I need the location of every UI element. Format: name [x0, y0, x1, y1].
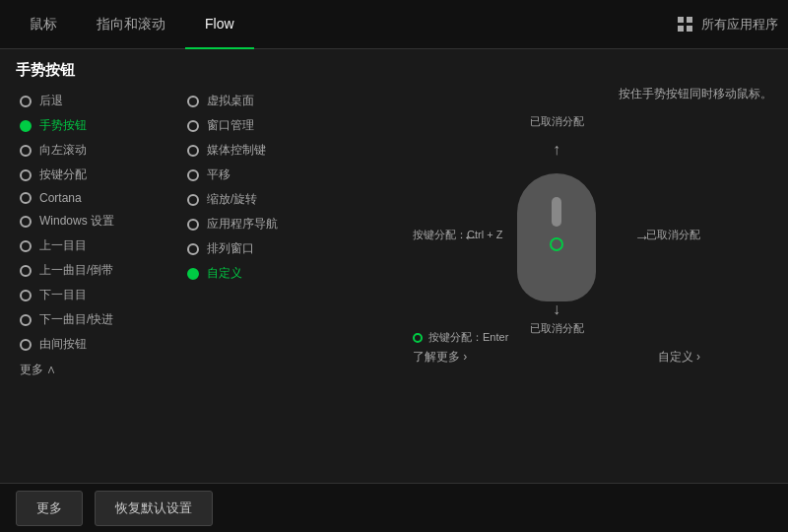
- top-nav: 鼠标 指向和滚动 Flow 所有应用程序: [0, 0, 788, 49]
- mid-radio-5: [187, 219, 199, 231]
- left-item-0[interactable]: 后退: [16, 90, 183, 112]
- mid-item-7[interactable]: 自定义: [183, 262, 341, 285]
- radio-3: [20, 169, 32, 181]
- left-item-3[interactable]: 按键分配: [16, 164, 183, 186]
- mid-radio-4: [187, 194, 199, 206]
- mid-radio-7: [187, 268, 199, 280]
- radio-5: [20, 216, 32, 228]
- all-apps-label[interactable]: 所有应用程序: [701, 16, 778, 33]
- mid-item-5[interactable]: 应用程序导航: [183, 213, 341, 235]
- radio-1: [20, 120, 32, 132]
- grid-icon[interactable]: [678, 17, 693, 33]
- mouse-body: [517, 173, 596, 301]
- left-assign-label: 按键分配：Ctrl + Z: [413, 228, 502, 242]
- enter-assign: 按键分配：Enter: [413, 330, 508, 345]
- mid-radio-2: [187, 145, 199, 157]
- reset-button[interactable]: 恢复默认设置: [95, 491, 213, 526]
- tab-mouse[interactable]: 鼠标: [10, 0, 77, 49]
- radio-10: [20, 339, 32, 351]
- customize-btn[interactable]: 自定义 ›: [658, 349, 700, 366]
- radio-6: [20, 240, 32, 252]
- hint-text: 按住手势按钮同时移动鼠标。: [619, 86, 772, 102]
- mouse-dot: [550, 237, 563, 251]
- mid-item-3[interactable]: 平移: [183, 164, 341, 186]
- bottom-assign-area: 按键分配：Enter 了解更多 › 自定义 ›: [409, 330, 704, 366]
- radio-2: [20, 145, 32, 157]
- mid-item-4[interactable]: 缩放/旋转: [183, 188, 341, 211]
- tab-flow[interactable]: Flow: [185, 0, 254, 49]
- middle-column: 虚拟桌面 窗口管理 媒体控制键 平移 缩放/旋转 应用程序导航: [183, 90, 341, 475]
- mid-radio-6: [187, 243, 199, 255]
- radio-0: [20, 96, 32, 107]
- mid-item-1[interactable]: 窗口管理: [183, 114, 341, 137]
- radio-9: [20, 314, 32, 326]
- mid-item-6[interactable]: 排列窗口: [183, 237, 341, 260]
- top-label: 已取消分配: [530, 114, 584, 129]
- enter-dot: [413, 333, 423, 343]
- section-title: 手势按钮: [16, 61, 772, 80]
- mid-item-0[interactable]: 虚拟桌面: [183, 90, 341, 112]
- bottom-left-assign: 按键分配：Enter 了解更多 ›: [413, 330, 508, 366]
- more-button[interactable]: 更多: [16, 491, 83, 526]
- left-item-2[interactable]: 向左滚动: [16, 139, 183, 162]
- right-column: 按住手势按钮同时移动鼠标。 已取消分配 ↑ 已取消分配 ↓ 按键分配：Ctrl …: [341, 90, 772, 475]
- mid-radio-3: [187, 169, 199, 181]
- left-arrow: ←: [463, 229, 479, 246]
- mid-item-2[interactable]: 媒体控制键: [183, 139, 341, 162]
- left-column: 后退 手势按钮 向左滚动 按键分配 Cortana Windows 设置: [16, 90, 183, 475]
- radio-7: [20, 265, 32, 277]
- bottom-bar: 更多 恢复默认设置: [0, 483, 788, 532]
- left-item-10[interactable]: 由间按钮: [16, 333, 183, 356]
- show-more-btn[interactable]: 更多 ∧: [16, 358, 183, 382]
- left-item-9[interactable]: 下一曲目/快进: [16, 308, 183, 331]
- tab-pointing[interactable]: 指向和滚动: [77, 0, 185, 49]
- mid-radio-1: [187, 120, 199, 132]
- right-assign-label: 已取消分配: [646, 228, 700, 242]
- left-item-4[interactable]: Cortana: [16, 188, 183, 208]
- top-right-area: 所有应用程序: [678, 16, 778, 33]
- content-area: 后退 手势按钮 向左滚动 按键分配 Cortana Windows 设置: [16, 90, 772, 475]
- mid-radio-0: [187, 96, 199, 107]
- radio-4: [20, 192, 32, 204]
- main-content: 手势按钮 后退 手势按钮 向左滚动 按键分配 Cortana: [0, 49, 788, 483]
- right-arrow: →: [634, 229, 650, 246]
- radio-8: [20, 290, 32, 301]
- left-item-7[interactable]: 上一曲目/倒带: [16, 259, 183, 282]
- left-item-1[interactable]: 手势按钮: [16, 114, 183, 137]
- left-item-6[interactable]: 上一目目: [16, 234, 183, 257]
- learn-more-btn[interactable]: 了解更多 ›: [413, 349, 508, 366]
- mouse-diagram: 已取消分配 ↑ 已取消分配 ↓ 按键分配：Ctrl + Z ← 已取消分配 →: [409, 109, 704, 366]
- down-arrow: ↓: [553, 300, 560, 318]
- left-item-5[interactable]: Windows 设置: [16, 210, 183, 233]
- left-item-8[interactable]: 下一目目: [16, 284, 183, 306]
- mouse-scroll: [552, 197, 561, 227]
- up-arrow: ↑: [553, 141, 560, 159]
